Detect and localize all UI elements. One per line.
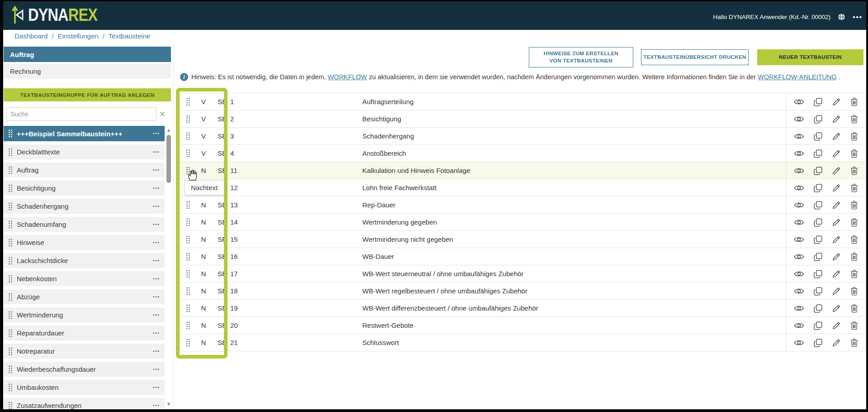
edit-icon[interactable] — [832, 218, 841, 227]
edit-icon[interactable] — [832, 115, 841, 124]
drag-handle-icon[interactable] — [8, 402, 13, 410]
sidebar-tab-auftrag[interactable]: Auftrag — [4, 47, 171, 62]
copy-icon[interactable] — [814, 132, 822, 141]
preview-icon[interactable] — [794, 133, 804, 140]
copy-icon[interactable] — [814, 270, 822, 278]
preview-icon[interactable] — [794, 305, 804, 312]
group-menu-icon[interactable]: ••• — [153, 277, 160, 281]
copy-icon[interactable] — [814, 167, 822, 175]
sidebar-group-item[interactable]: +++Beispiel Sammelbaustein+++ ••• — [4, 126, 165, 141]
delete-icon[interactable] — [850, 287, 858, 296]
group-menu-icon[interactable]: ••• — [153, 313, 160, 317]
group-menu-icon[interactable]: ••• — [153, 385, 160, 390]
preview-icon[interactable] — [794, 339, 804, 346]
edit-icon[interactable] — [832, 235, 841, 244]
preview-icon[interactable] — [794, 150, 804, 157]
search-input[interactable] — [6, 107, 157, 121]
delete-icon[interactable] — [850, 149, 858, 158]
drag-handle-icon[interactable] — [8, 257, 13, 265]
drag-handle-icon[interactable] — [8, 293, 13, 301]
globe-icon[interactable] — [838, 13, 845, 21]
copy-icon[interactable] — [814, 304, 822, 313]
sidebar-group-item[interactable]: Reparaturdauer ••• — [4, 326, 165, 340]
drag-handle-icon[interactable] — [8, 365, 13, 374]
group-menu-icon[interactable]: ••• — [153, 403, 160, 408]
preview-icon[interactable] — [794, 253, 804, 260]
search-clear-icon[interactable]: ✕ — [157, 108, 167, 120]
edit-icon[interactable] — [832, 132, 841, 141]
group-menu-icon[interactable]: ••• — [153, 150, 160, 154]
delete-icon[interactable] — [850, 132, 858, 141]
delete-icon[interactable] — [850, 166, 858, 175]
sidebar-group-item[interactable]: Abzüge ••• — [4, 289, 165, 304]
edit-icon[interactable] — [832, 304, 841, 313]
print-overview-button[interactable]: TEXTBAUSTEINÜBERSICHT DRUCKEN — [641, 49, 749, 65]
preview-icon[interactable] — [794, 219, 804, 226]
drag-handle-icon[interactable] — [8, 383, 13, 392]
breadcrumb-item-dashboard[interactable]: Dashboard — [14, 32, 47, 40]
group-menu-icon[interactable]: ••• — [153, 259, 160, 263]
copy-icon[interactable] — [814, 115, 822, 124]
sidebar-group-item[interactable]: Wertminderung ••• — [4, 307, 165, 322]
scrollbar-thumb[interactable] — [166, 135, 171, 183]
drag-handle-icon[interactable] — [8, 184, 13, 192]
copy-icon[interactable] — [814, 98, 822, 106]
copy-icon[interactable] — [814, 149, 822, 158]
group-menu-icon[interactable]: ••• — [153, 295, 160, 299]
group-menu-icon[interactable]: ••• — [153, 168, 160, 172]
edit-icon[interactable] — [832, 321, 841, 330]
drag-handle-icon[interactable] — [8, 148, 13, 156]
delete-icon[interactable] — [850, 115, 858, 124]
delete-icon[interactable] — [850, 183, 858, 192]
sidebar-group-item[interactable]: Deckblatttexte ••• — [4, 144, 165, 159]
drag-handle-icon[interactable] — [8, 129, 13, 138]
sidebar-tab-rechnung[interactable]: Rechnung — [4, 64, 171, 79]
sidebar-group-item[interactable]: Schadenhergang ••• — [4, 199, 165, 214]
group-menu-icon[interactable]: ••• — [153, 222, 160, 227]
edit-icon[interactable] — [832, 201, 841, 210]
copy-icon[interactable] — [814, 339, 822, 347]
drag-handle-icon[interactable] — [8, 329, 13, 337]
drag-handle-icon[interactable] — [8, 239, 13, 247]
group-menu-icon[interactable]: ••• — [153, 240, 160, 245]
delete-icon[interactable] — [850, 97, 858, 106]
sidebar-group-item[interactable]: Lackschichtdicke ••• — [4, 253, 165, 268]
overflow-menu-icon[interactable]: ••• — [853, 13, 863, 21]
breadcrumb-item-einstellungen[interactable]: Einstellungen — [58, 32, 99, 40]
group-menu-icon[interactable]: ••• — [153, 331, 160, 335]
preview-icon[interactable] — [794, 184, 804, 192]
workflow-link[interactable]: WORKFLOW — [327, 73, 367, 81]
edit-icon[interactable] — [832, 269, 841, 278]
sidebar-group-item[interactable]: Notreparatur ••• — [4, 344, 165, 359]
preview-icon[interactable] — [794, 98, 804, 105]
drag-handle-icon[interactable] — [8, 347, 13, 355]
edit-icon[interactable] — [832, 183, 841, 192]
delete-icon[interactable] — [850, 235, 858, 244]
sidebar-group-item[interactable]: Schadenumfang ••• — [4, 217, 165, 232]
delete-icon[interactable] — [850, 218, 858, 227]
scrollbar-down-arrow[interactable]: ▼ — [166, 401, 171, 407]
drag-handle-icon[interactable] — [8, 166, 13, 174]
edit-icon[interactable] — [832, 149, 841, 158]
scrollbar-up-arrow[interactable]: ▲ — [166, 127, 171, 133]
delete-icon[interactable] — [850, 304, 858, 313]
group-menu-icon[interactable]: ••• — [153, 367, 160, 372]
edit-icon[interactable] — [832, 252, 841, 261]
delete-icon[interactable] — [850, 269, 858, 278]
hints-button[interactable]: HINWEISE ZUM ERSTELLEN VON TEXTBAUSTEINE… — [529, 47, 633, 67]
workflow-manual-link[interactable]: WORKFLOW-ANLEITUNG — [758, 73, 837, 81]
copy-icon[interactable] — [814, 201, 822, 210]
copy-icon[interactable] — [814, 235, 822, 244]
edit-icon[interactable] — [832, 338, 841, 347]
copy-icon[interactable] — [814, 253, 822, 261]
drag-handle-icon[interactable] — [8, 202, 13, 211]
group-menu-icon[interactable]: ••• — [153, 186, 160, 191]
edit-icon[interactable] — [832, 97, 841, 106]
preview-icon[interactable] — [794, 236, 804, 243]
copy-icon[interactable] — [814, 184, 822, 192]
preview-icon[interactable] — [794, 167, 804, 174]
sidebar-group-item[interactable]: Umbaukosten ••• — [4, 380, 165, 395]
sidebar-group-item[interactable]: Nebenkosten ••• — [4, 271, 165, 286]
sidebar-group-item[interactable]: Wiederbeschaffungsdauer ••• — [4, 362, 165, 377]
drag-handle-icon[interactable] — [8, 311, 13, 319]
